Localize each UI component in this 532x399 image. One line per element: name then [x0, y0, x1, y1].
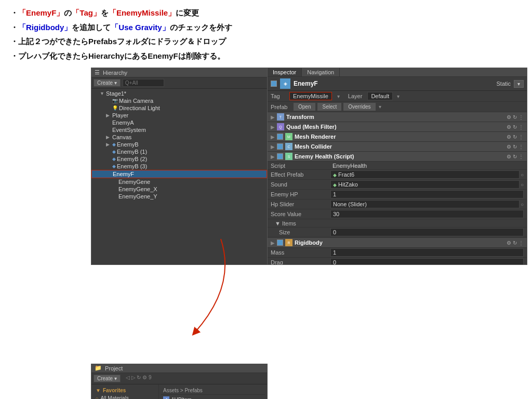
mass-value[interactable]: 1 [330, 248, 524, 257]
scorevalue-value[interactable]: 30 [330, 210, 524, 218]
rigidbody-buttons: ⚙ ↻ ⋮ [507, 240, 524, 246]
component-enemyhealth-header[interactable]: ▶ S Enemy Health (Script) ⚙ ↻ ⋮ [268, 152, 527, 162]
favorites-label: Favorites [103, 388, 126, 393]
tree-item-enemya[interactable]: EnemyA [91, 119, 267, 126]
layer-value[interactable]: Default [367, 92, 393, 100]
prefab-dropdown-icon: ▾ [379, 104, 381, 110]
tree-label-player: Player [112, 112, 128, 118]
tree-item-enemygeney[interactable]: EnemyGene_Y [91, 193, 267, 200]
sound-row: Sound ◆ HitZako ○ [268, 180, 527, 190]
hierarchy-create-button[interactable]: Create ▾ [94, 79, 121, 87]
tree-item-stage1[interactable]: ▼ Stage1* [91, 90, 267, 97]
sound-icon: ◆ [333, 182, 337, 188]
mass-label: Mass [271, 249, 330, 256]
hpslider-value[interactable]: None (Slider) [330, 200, 520, 208]
enemyb1-icon: ◆ [112, 149, 116, 154]
tree-item-enemygenex[interactable]: EnemyGene_X [91, 185, 267, 193]
hpslider-label: Hp Slider [271, 201, 330, 207]
sidebar-label-allmat: All Materials [100, 395, 128, 399]
tag-value[interactable]: EnemyMissile [289, 92, 332, 100]
project-toolbar: Create ▾ ◁ ▷ ↻ ⚙ 9 [91, 373, 267, 384]
tag-dropdown-icon: ▾ [337, 94, 340, 99]
meshrenderer-buttons: ⚙ ↻ ⋮ [507, 134, 524, 140]
component-quad-header[interactable]: ▶ Q Quad (Mesh Filter) ⚙ ↻ ⋮ [268, 122, 527, 132]
drag-value[interactable]: 0 [330, 258, 524, 265]
script-label: Script [271, 163, 330, 169]
enemyhp-label: Enemy HP [271, 191, 330, 197]
tree-item-maincamera[interactable]: 📷 Main Camera [91, 97, 267, 104]
inspector-panel: Inspector Navigation ◈ EnemyF Static ▾ T… [268, 68, 527, 265]
tree-label-enemyb: EnemyB [117, 141, 139, 148]
hierarchy-panel: ☰ Hierarchy Create ▾ ▼ Stage1* 📷 Main Ca… [91, 68, 268, 265]
highlight-enemyf-1: 「EnemyF」 [18, 8, 64, 17]
enemyhealth-checkbox[interactable] [277, 153, 283, 159]
quad-expand-arrow: ▶ [271, 124, 275, 130]
component-rigidbody-header[interactable]: ▶ R Rigidbody ⚙ ↻ ⋮ [268, 238, 527, 248]
sidebar-item-allmat[interactable]: ○ All Materials [91, 394, 158, 399]
quad-label: Quad (Mesh Filter) [286, 124, 337, 130]
tree-item-enemyb3[interactable]: ◆ EnemyB (3) [91, 163, 267, 170]
meshcollider-label: Mesh Collider [295, 143, 332, 150]
enemyhealth-expand-arrow: ▶ [271, 154, 275, 159]
enemyhp-value[interactable]: 1 [330, 190, 524, 198]
meshcollider-buttons: ⚙ ↻ ⋮ [507, 144, 524, 150]
project-panel: 📁 Project Create ▾ ◁ ▷ ↻ ⚙ 9 ▼ Favorites… [91, 364, 268, 399]
enemyb3-icon: ◆ [112, 164, 116, 169]
tree-item-canvas[interactable]: ▶ Canvas [91, 134, 267, 141]
component-meshcollider-header[interactable]: ▶ C Mesh Collider ⚙ ↻ ⋮ [268, 142, 527, 152]
component-transform-header[interactable]: ▶ T Transform ⚙ ↻ ⋮ [268, 112, 527, 122]
enemyb-icon: ◆ [112, 142, 116, 147]
script-row: Script EnemyHealth [268, 162, 527, 170]
tree-arrow-stage1: ▼ [100, 91, 106, 96]
tree-item-player[interactable]: ▶ Player [91, 112, 267, 119]
hierarchy-search-input[interactable] [123, 79, 164, 87]
effectprefab-circle[interactable]: ○ [521, 172, 524, 178]
project-icon: 📁 [95, 365, 102, 371]
project-breadcrumb: Assets > Prefabs [161, 387, 265, 395]
sound-circle[interactable]: ○ [521, 182, 524, 188]
prefab-label: Prefab [271, 104, 291, 110]
quad-buttons: ⚙ ↻ ⋮ [507, 124, 524, 130]
effectprefab-value[interactable]: ◆ Fract6 [330, 170, 520, 179]
meshcollider-icon: C [285, 143, 292, 150]
sound-value[interactable]: ◆ HitZako [330, 180, 520, 189]
file-1upitem[interactable]: ◆ 1UPItem [161, 396, 265, 399]
size-value[interactable]: 0 [330, 228, 524, 236]
hpslider-circle[interactable]: ○ [521, 202, 524, 207]
tree-item-enemyb1[interactable]: ◆ EnemyB (1) [91, 148, 267, 155]
instruction-2: ・「Rigidbody」を追加して「Use Gravity」のチェックを外す [10, 21, 522, 34]
object-name: EnemyF [294, 80, 318, 87]
tree-item-enemyb[interactable]: ▶ ◆ EnemyB [91, 141, 267, 148]
size-label: Size [271, 229, 330, 235]
inspector-scroll-area[interactable]: ▶ T Transform ⚙ ↻ ⋮ ▶ Q Quad (Mesh Filte… [268, 112, 527, 265]
instruction-1: ・「EnemyF」の「Tag」を「EnemyMissile」に変更 [10, 6, 522, 20]
tab-inspector[interactable]: Inspector [268, 68, 302, 76]
tree-item-enemyb2[interactable]: ◆ EnemyB (2) [91, 155, 267, 163]
project-sidebar: ▼ Favorites ○ All Materials ○ All Prefab… [91, 384, 159, 399]
static-button[interactable]: ▾ [514, 80, 524, 88]
tab-navigation[interactable]: Navigation [302, 68, 340, 76]
camera-icon: 📷 [112, 98, 118, 103]
effectprefab-icon: ◆ [333, 172, 337, 178]
project-toolbar-icons: ◁ ▷ ↻ ⚙ 9 [126, 375, 152, 382]
project-title: Project [105, 365, 123, 371]
prefab-overrides-button[interactable]: Overrides [343, 103, 375, 111]
object-active-checkbox[interactable] [271, 81, 277, 87]
meshrenderer-checkbox[interactable] [277, 134, 283, 140]
tree-label-enemyb1: EnemyB (1) [117, 149, 147, 155]
transform-icon: T [277, 113, 284, 121]
component-meshrenderer-header[interactable]: ▶ M Mesh Renderer ⚙ ↻ ⋮ [268, 132, 527, 142]
rigidbody-expand-arrow: ▶ [271, 240, 275, 246]
instruction-4: ・プレハブ化できたらHierarchyにあるEnemyFは削除する。 [10, 49, 522, 63]
prefab-open-button[interactable]: Open [294, 103, 315, 111]
meshcollider-checkbox[interactable] [277, 143, 283, 150]
prefab-select-button[interactable]: Select [317, 103, 341, 111]
tree-item-directionallight[interactable]: 💡 Directional Light [91, 104, 267, 112]
tree-item-eventsystem[interactable]: EventSystem [91, 126, 267, 134]
project-create-button[interactable]: Create ▾ [94, 375, 121, 382]
scorevalue-label: Score Value [271, 211, 330, 217]
rigidbody-checkbox[interactable] [277, 240, 283, 246]
rigidbody-label: Rigidbody [295, 240, 323, 246]
tree-item-enemyf[interactable]: EnemyF [91, 170, 267, 178]
tree-item-enemygene[interactable]: EnemyGene [91, 178, 267, 185]
